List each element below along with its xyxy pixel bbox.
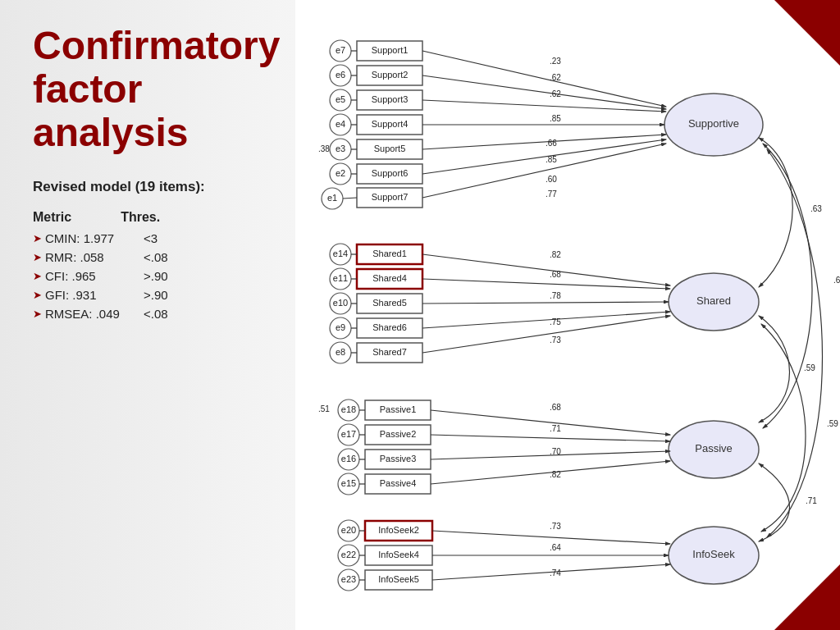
metric-thresh-rmsea: <.08: [144, 307, 168, 321]
metric-row-gfi: ➤ GFI: .931 >.90: [33, 288, 271, 302]
cfa-diagram: e7 e6 e5 e4 e3 e2 e1 Support1 Support2 S…: [295, 0, 840, 630]
metric-row-rmsea: ➤ RMSEA: .049 <.08: [33, 307, 271, 321]
coeff-support4: .85: [550, 114, 561, 123]
path-passive2-passive: [431, 435, 670, 441]
metric-name-gfi: GFI: .931: [45, 288, 144, 302]
metrics-col1-header: Metric: [33, 210, 71, 225]
label-passive4: Passive4: [380, 478, 417, 488]
label-support2: Support2: [372, 70, 409, 80]
error-e14-label: e14: [333, 249, 348, 258]
metric-thresh-gfi: >.90: [144, 288, 168, 302]
coeff-shared5: .78: [550, 291, 561, 300]
error-e16-label: e16: [341, 454, 356, 463]
metric-name-cfi: CFI: .965: [45, 269, 144, 283]
label-shared1: Shared1: [372, 249, 407, 258]
metric-thresh-cmin: <3: [144, 231, 158, 245]
coeff-shared4: .68: [550, 270, 561, 279]
coeff-passive3: .70: [550, 447, 561, 456]
error-e22-label: e22: [341, 550, 356, 559]
path-shared5-shared: [422, 302, 669, 304]
corr-supportive-shared: [759, 138, 792, 287]
label-infoseek2: InfoSeek2: [378, 525, 419, 535]
coeff-support3: .62: [550, 89, 561, 98]
metrics-table: Metric Thres. ➤ CMIN: 1.977 <3 ➤ RMR: .0…: [33, 210, 271, 321]
error-e11-label: e11: [333, 273, 348, 283]
error-e5-label: e5: [336, 94, 345, 104]
arrow-icon-rmsea: ➤: [33, 308, 42, 320]
label-suport5: Suport5: [374, 144, 406, 153]
coeff-suport5: .66: [546, 139, 557, 148]
label-shared6: Shared6: [372, 322, 407, 332]
arrow-icon-gfi: ➤: [33, 289, 42, 301]
coeff-shared7: .73: [550, 336, 561, 345]
coeff-shared-infoseek: .59: [827, 419, 838, 428]
label-support3: Support3: [372, 94, 409, 104]
coeff-passive1: .68: [550, 403, 561, 412]
error-e2-label: e2: [336, 168, 345, 178]
corr-shared-passive: [759, 316, 790, 422]
error-e15-label: e15: [341, 478, 356, 488]
error-e3-label: e3: [336, 144, 345, 153]
revised-model-label: Revised model (19 items):: [33, 179, 271, 195]
label-passive1: Passive1: [380, 404, 417, 414]
label-shared4: Shared4: [372, 273, 407, 283]
path-shared7-shared: [422, 316, 670, 353]
coeff-infoseek4: .64: [550, 543, 561, 552]
diagram-panel: e7 e6 e5 e4 e3 e2 e1 Support1 Support2 S…: [295, 0, 840, 630]
metric-name-rmr: RMR: .058: [45, 250, 144, 264]
label-supportive: Supportive: [688, 117, 739, 130]
corr-supportive-passive: [763, 144, 812, 428]
error-to-box-support7: [343, 198, 357, 199]
path-support3-supportive: [422, 100, 666, 112]
coeff-infoseek2: .73: [550, 522, 561, 531]
error-e7-label: e7: [336, 45, 345, 55]
label-infoseek4: InfoSeek4: [378, 550, 419, 559]
metric-thresh-cfi: >.90: [144, 269, 168, 283]
left-panel: Confirmatory factor analysis Revised mod…: [0, 0, 295, 630]
path-support7-supportive: [422, 144, 666, 198]
error-e10-label: e10: [333, 298, 348, 308]
coeff-passive2: .71: [550, 424, 561, 433]
error-e4-label: e4: [336, 119, 345, 129]
corr-shared-infoseek: [761, 324, 806, 532]
label-support6: Support6: [372, 168, 409, 178]
path-infoseek2-infoseek: [432, 531, 670, 544]
slide-title: Confirmatory factor analysis: [33, 25, 271, 154]
metrics-header: Metric Thres.: [33, 210, 271, 225]
arrow-icon-cfi: ➤: [33, 270, 42, 282]
error-e8-label: e8: [336, 347, 345, 357]
coeff-077: .77: [546, 189, 557, 199]
coeff-051: .51: [318, 404, 330, 413]
label-support1: Support1: [372, 45, 409, 55]
metric-thresh-rmr: <.08: [144, 250, 168, 264]
coeff-infoseek5: .74: [550, 568, 561, 578]
label-passive: Passive: [695, 442, 733, 454]
coeff-shared1: .82: [550, 250, 561, 259]
label-support7: Support7: [372, 192, 409, 202]
path-support1-supportive: [422, 51, 666, 107]
title-line1: Confirmatory: [33, 24, 280, 67]
path-shared6-shared: [422, 312, 670, 328]
error-e17-label: e17: [341, 429, 356, 439]
label-passive2: Passive2: [380, 429, 417, 439]
coeff-support1: .23: [550, 57, 561, 66]
label-shared: Shared: [696, 294, 731, 307]
metric-row-rmr: ➤ RMR: .058 <.08: [33, 250, 271, 264]
label-infoseek5: InfoSeek5: [378, 574, 419, 584]
error-e1-label: e1: [327, 193, 337, 203]
coeff-support2: .62: [550, 73, 561, 82]
arrow-icon-cmin: ➤: [33, 232, 42, 244]
metric-name-rmsea: RMSEA: .049: [45, 307, 144, 321]
error-e23-label: e23: [341, 574, 356, 584]
label-passive3: Passive3: [380, 454, 417, 463]
label-shared7: Shared7: [372, 347, 407, 357]
coeff-passive4: .82: [550, 470, 561, 479]
error-e18-label: e18: [341, 404, 356, 414]
metric-name-cmin: CMIN: 1.977: [45, 231, 144, 245]
metric-row-cfi: ➤ CFI: .965 >.90: [33, 269, 271, 283]
path-suport5-supportive: [422, 135, 666, 149]
path-support2-supportive: [422, 75, 666, 109]
coeff-passive-infoseek: .71: [806, 496, 817, 505]
coeff-supportive-passive: .68: [833, 276, 840, 285]
coeff-supportive-shared: .63: [810, 204, 822, 213]
